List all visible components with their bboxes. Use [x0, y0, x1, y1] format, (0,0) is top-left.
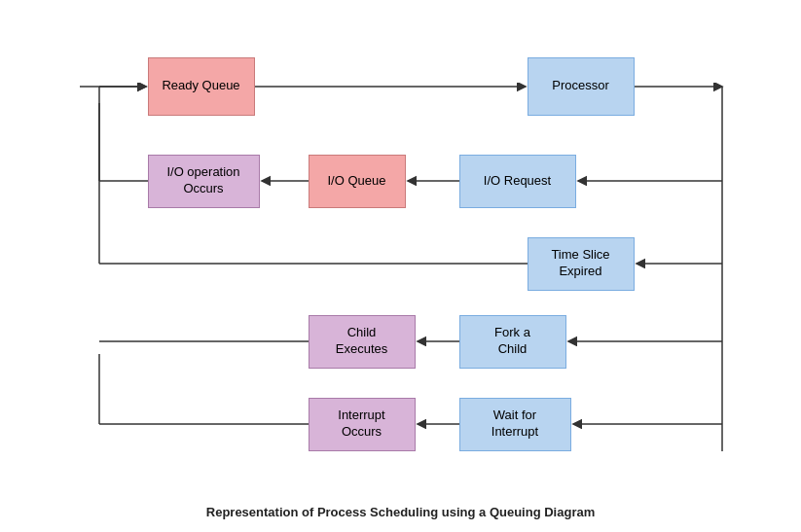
- time-slice-box: Time SliceExpired: [528, 237, 635, 291]
- ready-queue-box: Ready Queue: [148, 57, 255, 116]
- diagram-caption: Representation of Process Scheduling usi…: [206, 505, 595, 519]
- io-queue-box: I/O Queue: [309, 155, 406, 208]
- processor-box: Processor: [528, 57, 635, 116]
- io-operation-box: I/O operationOccurs: [148, 155, 260, 208]
- diagram-container: Ready Queue Processor I/O operationOccur…: [21, 14, 781, 519]
- wait-interrupt-box: Wait forInterrupt: [459, 398, 571, 451]
- fork-child-box: Fork aChild: [459, 315, 566, 369]
- interrupt-occurs-box: InterruptOccurs: [309, 398, 416, 451]
- io-request-box: I/O Request: [459, 155, 576, 208]
- child-executes-box: ChildExecutes: [309, 315, 416, 369]
